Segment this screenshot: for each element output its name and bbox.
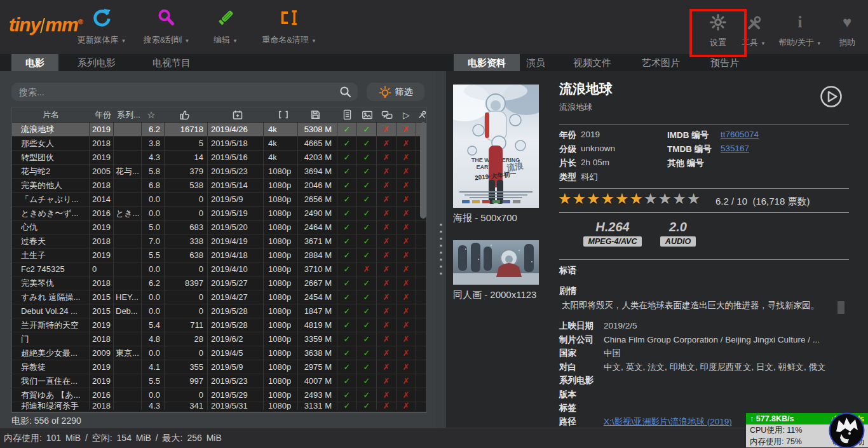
cell-rating: 5.5 xyxy=(142,248,165,262)
help-about-button[interactable]: i 帮助/关于▼ xyxy=(778,6,822,48)
tab-cast[interactable]: 演员 xyxy=(512,54,559,71)
column-header-series: 系列... xyxy=(114,107,142,123)
imdb-id-link[interactable]: tt7605074 xyxy=(721,130,759,139)
table-row[interactable]: 花与蛇2 2005 花与... 5.8 379 2019/5/23 1080p … xyxy=(12,165,426,179)
tab-trailer[interactable]: 预告片 xyxy=(696,54,753,71)
table-row[interactable]: 超絶美少女最... 2009 東京... 0.0 0 2019/4/5 1080… xyxy=(12,346,426,360)
tab-movie-info[interactable]: 电影资料 xyxy=(454,54,520,71)
play-movie-button[interactable] xyxy=(820,85,843,108)
cell-spacer xyxy=(416,360,427,374)
table-row[interactable]: 有賀ゆあ 【あ... 2016 0.0 0 2019/5/29 1080p 24… xyxy=(12,388,426,402)
cell-votes: 0 xyxy=(165,388,208,402)
cell-votes: 638 xyxy=(165,248,208,262)
cell-resolution: 4k xyxy=(264,137,298,151)
cell-series xyxy=(114,248,142,262)
cell-year: 2018 xyxy=(90,332,114,346)
movie-fanart[interactable] xyxy=(453,240,539,285)
search-input[interactable] xyxy=(11,83,358,101)
detail-row: 系列电影 xyxy=(559,374,849,388)
tab-artwork[interactable]: 艺术图片 xyxy=(628,54,694,71)
table-row[interactable]: Fc2 745325 0 0.0 0 2019/4/10 1080p 3710 … xyxy=(12,262,426,276)
video-codec-badge: H.264 MPEG-4/AVC xyxy=(581,220,644,247)
table-row[interactable]: 土生子 2019 5.5 638 2019/4/18 1080p 2884 M … xyxy=(12,248,426,262)
cell-votes: 16718 xyxy=(165,123,208,137)
runtime-value: 2h 05m xyxy=(581,158,609,167)
divider xyxy=(559,259,849,260)
table-row[interactable]: 过春天 2018 7.0 338 2019/4/19 1080p 3671 M … xyxy=(12,234,426,248)
table-row[interactable]: 兰开斯特的天空 2019 5.4 711 2019/5/28 1080p 481… xyxy=(12,318,426,332)
cell-year: 2019 xyxy=(90,151,114,165)
star-icon: ★ xyxy=(672,190,687,207)
donate-button[interactable]: ♥ 捐助 xyxy=(839,6,855,48)
search-scrape-button[interactable]: 搜索&刮削▼ xyxy=(144,6,190,46)
cell-series: 花与... xyxy=(114,165,142,179)
cell-date-added: 2019/5/28 xyxy=(208,304,264,318)
movie-poster[interactable]: THE WANDERING EARTH 流浪 2019·大年初一 xyxy=(453,85,539,208)
cell-year: 2016 xyxy=(90,388,114,402)
cell-votes: 538 xyxy=(165,179,208,193)
cell-date-added: 2019/5/20 xyxy=(208,221,264,234)
table-row[interactable]: Debut Vol.24 ... 2015 Deb... 0.0 0 2019/… xyxy=(12,304,426,318)
table-row[interactable]: 邦迪和绿河杀手 2018 4.3 341 2019/5/31 1080p 313… xyxy=(12,402,426,410)
table-row[interactable]: 门 2018 4.8 28 2019/6/2 1080p 3359 M ✓ ✓ … xyxy=(12,332,426,346)
detail-row: 国家中国 xyxy=(559,346,849,360)
table-row[interactable]: 「ムチャぶり... 2014 0.0 0 2019/5/9 1080p 2656… xyxy=(12,193,426,207)
table-row[interactable]: 转型团伙 2019 4.3 14 2019/5/16 4k 4203 M ✓ ✓… xyxy=(12,151,426,165)
plot-scrollbar-thumb[interactable] xyxy=(837,301,844,314)
tab-movie-sets[interactable]: 系列电影 xyxy=(64,54,130,71)
cell-rating: 0.0 xyxy=(142,388,165,402)
plot-label: 剧情 xyxy=(559,285,576,297)
settings-button[interactable]: 设置 xyxy=(710,6,726,48)
cell-nfo-flag: ✓ xyxy=(337,304,357,318)
cell-file-size: 3710 M xyxy=(298,262,337,276)
year-label: 年份 xyxy=(559,130,576,141)
cell-series: 東京... xyxy=(114,346,142,360)
movie-title: 流浪地球 xyxy=(559,80,613,98)
cell-trailer-flag: ✗ xyxy=(397,318,416,332)
pane-splitter[interactable] xyxy=(436,71,446,428)
year-value: 2019 xyxy=(581,130,600,139)
cell-resolution: 1080p xyxy=(264,207,298,221)
cell-spacer xyxy=(416,221,427,234)
cell-spacer xyxy=(416,304,427,318)
cell-title: 土生子 xyxy=(12,248,90,262)
tab-media-files[interactable]: 视频文件 xyxy=(559,54,625,71)
path-link[interactable]: X:\影视\亚洲影片\流浪地球 (2019) xyxy=(604,415,732,429)
genre-value: 科幻 xyxy=(581,172,598,183)
cell-date-added: 2019/5/16 xyxy=(208,151,264,165)
table-row[interactable]: 异教徒 2019 4.1 355 2019/5/9 1080p 2975 M ✓… xyxy=(12,360,426,374)
cell-images-flag: ✓ xyxy=(357,123,377,137)
table-row[interactable]: 那些女人 2018 3.8 5 2019/5/18 4k 4665 M ✓ ✓ … xyxy=(12,137,426,151)
cell-votes: 683 xyxy=(165,221,208,234)
cell-nfo-flag: ✓ xyxy=(337,193,357,207)
tools-button[interactable]: 工具▼ xyxy=(742,6,766,48)
cell-rating: 5.5 xyxy=(142,374,165,388)
cell-nfo-flag: ✓ xyxy=(337,137,357,151)
avatar[interactable] xyxy=(829,412,865,448)
table-row[interactable]: ときめき〜ず... 2016 とき... 0.0 0 2019/5/19 108… xyxy=(12,207,426,221)
filter-button[interactable]: 筛选 xyxy=(367,83,424,101)
cell-images-flag: ✓ xyxy=(357,374,377,388)
table-scrollbar-thumb[interactable] xyxy=(420,122,426,219)
cell-file-size: 3131 M xyxy=(298,402,337,410)
table-row[interactable]: 我们一直住在... 2019 5.5 997 2019/5/23 1080p 4… xyxy=(12,374,426,388)
cell-year: 2014 xyxy=(90,193,114,207)
edit-button[interactable]: 编辑▼ xyxy=(214,6,238,46)
update-library-button[interactable]: 更新媒体库▼ xyxy=(78,6,126,46)
table-row[interactable]: 完美琴仇 2018 6.2 8397 2019/5/27 1080p 2667 … xyxy=(12,276,426,290)
cell-date-added: 2019/5/23 xyxy=(208,374,264,388)
tmdb-id-link[interactable]: 535167 xyxy=(721,144,749,153)
cell-images-flag: ✓ xyxy=(357,248,377,262)
table-row[interactable]: 心仇 2019 5.0 683 2019/5/20 1080p 2464 M ✓… xyxy=(12,221,426,234)
table-row[interactable]: 完美的他人 2018 6.8 538 2019/5/14 1080p 2046 … xyxy=(12,179,426,193)
table-row[interactable]: 流浪地球 2019 6.2 16718 2019/4/26 4k 5308 M … xyxy=(12,123,426,137)
tab-movies[interactable]: 电影 xyxy=(11,54,58,71)
movie-table-header[interactable]: 片名 年份 系列... ☆ xyxy=(12,107,426,123)
table-row[interactable]: すみれ 遠隔操... 2015 HEY... 0.0 0 2019/4/27 1… xyxy=(12,290,426,304)
cell-rating: 0.0 xyxy=(142,346,165,360)
tab-tv-shows[interactable]: 电视节目 xyxy=(139,54,205,71)
cell-file-size: 2493 M xyxy=(298,388,337,402)
rename-cleanup-button[interactable]: 重命名&清理▼ xyxy=(262,6,316,46)
cell-resolution: 1080p xyxy=(264,360,298,374)
cell-series xyxy=(114,151,142,165)
